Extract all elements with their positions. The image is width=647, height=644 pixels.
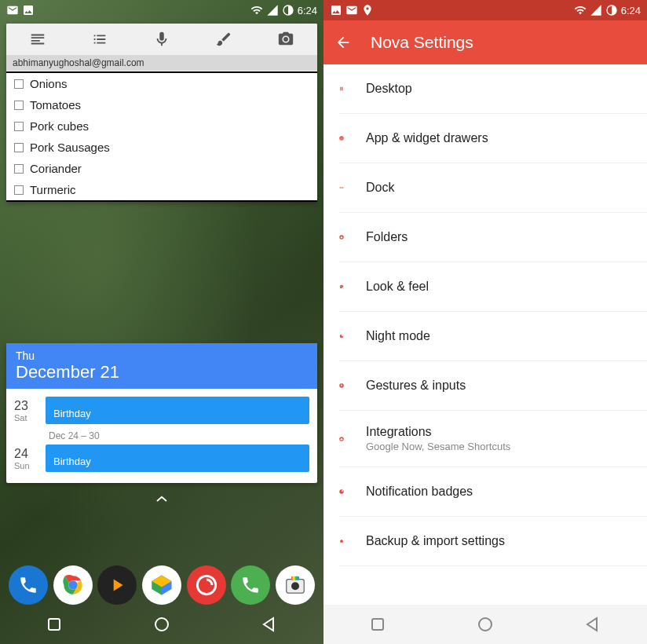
checkbox-icon[interactable] <box>14 101 24 110</box>
event-block[interactable]: Birthday <box>46 445 309 472</box>
settings-item-desktop[interactable]: Desktop <box>339 64 647 114</box>
dock-playmusic-icon[interactable] <box>97 565 137 605</box>
svg-point-19 <box>342 138 343 139</box>
list-icon[interactable] <box>91 31 108 48</box>
calendar-header[interactable]: Thu December 21 <box>6 343 317 389</box>
dock-camera-icon[interactable] <box>276 565 315 605</box>
checkbox-icon[interactable] <box>14 122 24 131</box>
checkbox-icon[interactable] <box>14 164 24 174</box>
back-arrow-icon[interactable] <box>334 34 352 51</box>
battery-icon <box>282 4 294 16</box>
note-label: Tomatoes <box>30 98 81 112</box>
svg-point-22 <box>342 139 343 140</box>
settings-item-integrations[interactable]: IntegrationsGoogle Now, Sesame Shortcuts <box>339 411 647 467</box>
svg-rect-11 <box>342 87 342 91</box>
nav-home-button[interactable] <box>152 615 171 634</box>
note-item[interactable]: Turmeric <box>6 179 317 200</box>
battery-icon <box>605 4 618 16</box>
settings-list[interactable]: Desktop App & widget drawers Dock Folder… <box>324 64 647 605</box>
notes-body: Onions Tomatoes Pork cubes Pork Sausages… <box>6 71 317 202</box>
note-item[interactable]: Pork cubes <box>6 115 317 137</box>
app-drawer-handle[interactable] <box>0 492 324 507</box>
status-bar-right: 6:24 <box>324 0 647 20</box>
home-screen: 6:24 abhimanyughoshal@gmail.com Onions T… <box>0 0 324 644</box>
chevron-up-icon <box>155 494 169 503</box>
calendar-event-row[interactable]: 24Sun Birthday <box>14 445 309 472</box>
svg-point-28 <box>341 286 342 287</box>
signal-icon <box>590 4 602 16</box>
calendar-range: Dec 24 – 30 <box>49 430 309 441</box>
item-label: Gestures & inputs <box>366 379 631 393</box>
event-dayname: Sat <box>14 413 41 423</box>
dock-files-icon[interactable] <box>142 565 181 605</box>
notes-email: abhimanyughoshal@gmail.com <box>6 55 317 71</box>
dock-icon <box>324 177 344 198</box>
checkbox-icon[interactable] <box>14 79 24 89</box>
svg-point-33 <box>342 490 343 492</box>
camera-icon[interactable] <box>277 31 294 48</box>
note-label: Pork Sausages <box>30 141 110 154</box>
item-label: Folders <box>366 230 631 244</box>
svg-point-17 <box>341 138 342 139</box>
grid-icon <box>324 128 344 148</box>
svg-point-32 <box>339 489 344 494</box>
nav-home-button[interactable] <box>476 615 495 634</box>
svg-point-25 <box>342 187 344 188</box>
svg-point-16 <box>342 137 343 138</box>
nav-back-button[interactable] <box>583 615 602 634</box>
svg-point-37 <box>479 618 492 631</box>
event-block[interactable]: Birthday <box>46 397 309 424</box>
note-label: Onions <box>30 77 68 90</box>
item-label: Night mode <box>366 329 631 343</box>
item-sublabel: Google Now, Sesame Shortcuts <box>366 441 631 452</box>
svg-point-23 <box>340 187 342 188</box>
desktop-icon <box>324 79 344 99</box>
event-title: Birthday <box>53 456 91 467</box>
nav-back-button[interactable] <box>260 615 279 634</box>
note-item[interactable]: Coriander <box>6 158 317 179</box>
svg-point-20 <box>341 139 342 140</box>
folder-icon <box>324 227 344 247</box>
dock-phone-icon[interactable] <box>9 565 48 605</box>
note-item[interactable]: Tomatoes <box>6 94 317 115</box>
svg-point-15 <box>342 137 342 138</box>
gmail-icon <box>345 4 358 16</box>
dock-chrome-icon[interactable] <box>53 565 93 605</box>
settings-item-drawers[interactable]: App & widget drawers <box>339 114 647 163</box>
image-icon <box>22 4 35 16</box>
image-icon <box>330 4 342 16</box>
brush-icon[interactable] <box>215 31 232 48</box>
mic-icon[interactable] <box>153 31 170 48</box>
note-label: Turmeric <box>30 183 76 196</box>
settings-item-badges[interactable]: Notification badges <box>339 467 647 517</box>
calendar-events: 23Sat Birthday Dec 24 – 30 24Sun Birthda… <box>6 389 317 483</box>
settings-item-night[interactable]: Night mode <box>339 312 647 361</box>
notes-widget[interactable]: abhimanyughoshal@gmail.com Onions Tomato… <box>6 24 317 202</box>
svg-rect-34 <box>340 540 343 543</box>
svg-point-14 <box>341 137 342 138</box>
palette-icon <box>324 276 344 297</box>
event-daynum: 24 <box>14 447 41 461</box>
settings-item-backup[interactable]: Backup & import settings <box>339 517 647 566</box>
calendar-date: December 21 <box>16 362 308 382</box>
dock-whatsapp-icon[interactable] <box>231 565 270 605</box>
settings-item-dock[interactable]: Dock <box>339 163 647 213</box>
note-item[interactable]: Pork Sausages <box>6 137 317 158</box>
nav-recent-button[interactable] <box>368 615 387 634</box>
nav-recent-button[interactable] <box>45 615 64 634</box>
settings-item-look[interactable]: Look & feel <box>339 262 647 312</box>
calendar-event-row[interactable]: 23Sat Birthday <box>14 397 309 424</box>
note-item[interactable]: Onions <box>6 73 317 94</box>
svg-point-29 <box>342 286 343 287</box>
nova-settings-screen: 6:24 Nova Settings Desktop App & widget … <box>324 0 647 644</box>
calendar-widget[interactable]: Thu December 21 23Sat Birthday Dec 24 – … <box>6 343 317 483</box>
settings-item-folders[interactable]: Folders <box>339 213 647 262</box>
nav-bar-left <box>0 605 324 644</box>
paragraph-icon[interactable] <box>29 31 46 48</box>
notes-toolbar <box>6 24 317 55</box>
event-dayname: Sun <box>14 461 41 470</box>
checkbox-icon[interactable] <box>14 185 24 195</box>
checkbox-icon[interactable] <box>14 143 24 152</box>
settings-item-gestures[interactable]: Gestures & inputs <box>339 361 647 411</box>
dock-pocketcasts-icon[interactable] <box>187 565 226 605</box>
